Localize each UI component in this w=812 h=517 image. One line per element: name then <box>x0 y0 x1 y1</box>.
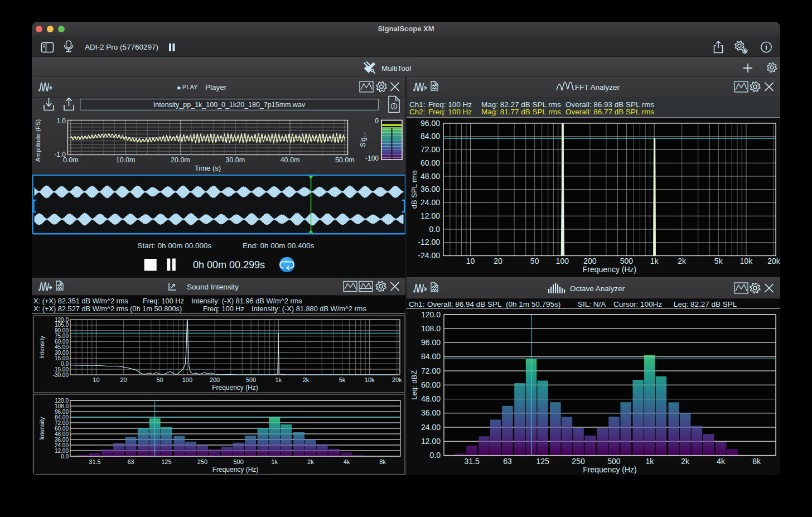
svg-text:200: 200 <box>210 376 220 383</box>
svg-text:X: (+X) 82.351 dB W/m^2 rms: X: (+X) 82.351 dB W/m^2 rms <box>33 297 128 305</box>
svg-text:50: 50 <box>530 257 539 265</box>
svg-text:4k: 4k <box>344 458 350 465</box>
svg-text:i: i <box>765 44 767 51</box>
svg-text:2k: 2k <box>303 376 310 383</box>
svg-text:Mag: 81.77 dB SPL rms: Mag: 81.77 dB SPL rms <box>481 108 561 116</box>
svg-text:Intensity: Intensity <box>38 417 45 439</box>
svg-text:(0h 1m 50.795s): (0h 1m 50.795s) <box>506 300 560 308</box>
svg-text:250: 250 <box>197 458 207 465</box>
svg-text:5k: 5k <box>339 376 346 383</box>
svg-text:-100: -100 <box>365 154 379 162</box>
svg-text:Cursor: 100Hz: Cursor: 100Hz <box>613 300 662 308</box>
svg-text:24.00: 24.00 <box>420 198 440 207</box>
svg-text:40.0m: 40.0m <box>281 156 300 164</box>
svg-text:500: 500 <box>246 376 256 383</box>
svg-text:50.0m: 50.0m <box>335 156 355 164</box>
svg-text:-12.00: -12.00 <box>418 238 440 247</box>
svg-text:31.5: 31.5 <box>464 457 479 466</box>
svg-text:1k: 1k <box>650 257 659 265</box>
svg-text:63: 63 <box>127 458 134 465</box>
svg-text:12.00: 12.00 <box>421 437 441 446</box>
svg-text:60.00: 60.00 <box>420 158 440 167</box>
svg-text:Amplitude (FS): Amplitude (FS) <box>35 119 41 162</box>
svg-text:200: 200 <box>583 257 597 265</box>
svg-text:96.00: 96.00 <box>421 338 441 347</box>
svg-text:Time (s): Time (s) <box>195 164 221 172</box>
svg-text:Intensity: Intensity <box>38 336 45 359</box>
svg-text:Ch1:: Ch1: <box>409 300 425 308</box>
svg-text:-24.00: -24.00 <box>418 251 440 260</box>
svg-text:0.0: 0.0 <box>430 451 441 460</box>
svg-text:1.0: 1.0 <box>56 117 66 125</box>
svg-text:20: 20 <box>120 376 127 383</box>
svg-text:0.0: 0.0 <box>61 453 69 460</box>
svg-text:0: 0 <box>375 117 379 125</box>
svg-text:Intensity: (-X) 81.880 dB W/m^: Intensity: (-X) 81.880 dB W/m^2 rms <box>252 305 366 313</box>
svg-text:▶: ▶ <box>177 85 181 90</box>
svg-text:Frequency (Hz): Frequency (Hz) <box>212 466 259 473</box>
svg-text:72.00: 72.00 <box>421 366 441 375</box>
svg-text:120.0: 120.0 <box>421 310 441 319</box>
svg-text:Player: Player <box>205 83 227 91</box>
svg-text:2k: 2k <box>678 257 687 265</box>
svg-text:60.00: 60.00 <box>421 380 441 389</box>
svg-text:5k: 5k <box>714 257 723 265</box>
svg-text:8k: 8k <box>379 458 386 465</box>
svg-text:10k: 10k <box>740 257 753 265</box>
svg-text:36.00: 36.00 <box>420 185 440 194</box>
svg-text:72.00: 72.00 <box>420 145 440 154</box>
svg-text:4k: 4k <box>717 457 726 466</box>
svg-text:96.00: 96.00 <box>420 119 440 128</box>
svg-text:31.5: 31.5 <box>89 458 100 465</box>
svg-text:10: 10 <box>466 257 475 265</box>
svg-text:X: (+X) 82.527 dB W/m^2 rms: X: (+X) 82.527 dB W/m^2 rms <box>33 305 128 313</box>
svg-text:2k: 2k <box>307 458 314 465</box>
svg-text:-30.00: -30.00 <box>53 372 69 378</box>
svg-text:36.00: 36.00 <box>421 408 441 417</box>
svg-text:10: 10 <box>93 376 99 383</box>
svg-text:1k: 1k <box>271 458 278 465</box>
svg-text:Frequency (Hz): Frequency (Hz) <box>583 265 636 274</box>
svg-text:500: 500 <box>233 458 243 465</box>
svg-text:20: 20 <box>494 257 502 265</box>
svg-text:84.00: 84.00 <box>421 352 441 361</box>
svg-text:0.0: 0.0 <box>429 225 441 234</box>
svg-text:i: i <box>393 104 395 109</box>
svg-text:Freq: 100 Hz: Freq: 100 Hz <box>203 305 244 313</box>
svg-text:20k: 20k <box>767 257 780 265</box>
svg-text:Freq: 100 Hz: Freq: 100 Hz <box>143 297 184 305</box>
svg-text:100: 100 <box>556 257 569 265</box>
svg-text:MultiTool: MultiTool <box>381 64 411 73</box>
svg-text:ADI-2 Pro (57760297): ADI-2 Pro (57760297) <box>85 43 158 51</box>
svg-text:20.0m: 20.0m <box>171 156 190 164</box>
svg-text:2k: 2k <box>681 457 690 466</box>
svg-text:1k: 1k <box>645 457 654 466</box>
svg-text:8k: 8k <box>752 457 761 466</box>
svg-text:24.00: 24.00 <box>421 423 441 432</box>
svg-text:84.00: 84.00 <box>420 132 440 141</box>
svg-text:0h 00m 00.299s: 0h 00m 00.299s <box>193 259 265 270</box>
svg-text:0.0m: 0.0m <box>63 156 79 164</box>
svg-text:Intensity: (-X) 81.96 dB W/m^2: Intensity: (-X) 81.96 dB W/m^2 rms <box>191 297 302 305</box>
svg-text:PLAY: PLAY <box>182 84 198 90</box>
svg-text:10.0m: 10.0m <box>116 156 136 164</box>
svg-text:48.00: 48.00 <box>420 172 440 181</box>
svg-text:48.00: 48.00 <box>421 394 441 403</box>
svg-text:Leq: dBZ: Leq: dBZ <box>410 370 418 400</box>
svg-text:Octave Analyzer: Octave Analyzer <box>570 284 625 293</box>
svg-text:Frequency (Hz): Frequency (Hz) <box>212 384 258 392</box>
svg-text:30.0m: 30.0m <box>225 156 245 164</box>
svg-text:Leq: 82.27 dB SPL: Leq: 82.27 dB SPL <box>674 300 737 308</box>
svg-text:500: 500 <box>620 257 634 265</box>
svg-text:108.0: 108.0 <box>421 324 441 333</box>
svg-text:Overall: 86.77 dB SPL rms: Overall: 86.77 dB SPL rms <box>566 108 655 116</box>
svg-text:20k: 20k <box>392 376 402 383</box>
svg-text:12.00: 12.00 <box>420 211 440 220</box>
svg-text:100: 100 <box>182 376 192 383</box>
svg-text:Start: 0h 00m 00.000s: Start: 0h 00m 00.000s <box>138 241 212 250</box>
svg-text:End: 0h 00m 00.400s: End: 0h 00m 00.400s <box>243 241 315 250</box>
svg-text:Overall: 86.94 dB SPL: Overall: 86.94 dB SPL <box>427 300 502 308</box>
svg-text:dB SPL rms: dB SPL rms <box>410 170 418 209</box>
svg-text:SIL: N/A: SIL: N/A <box>578 300 606 308</box>
svg-text:1k: 1k <box>275 376 282 383</box>
